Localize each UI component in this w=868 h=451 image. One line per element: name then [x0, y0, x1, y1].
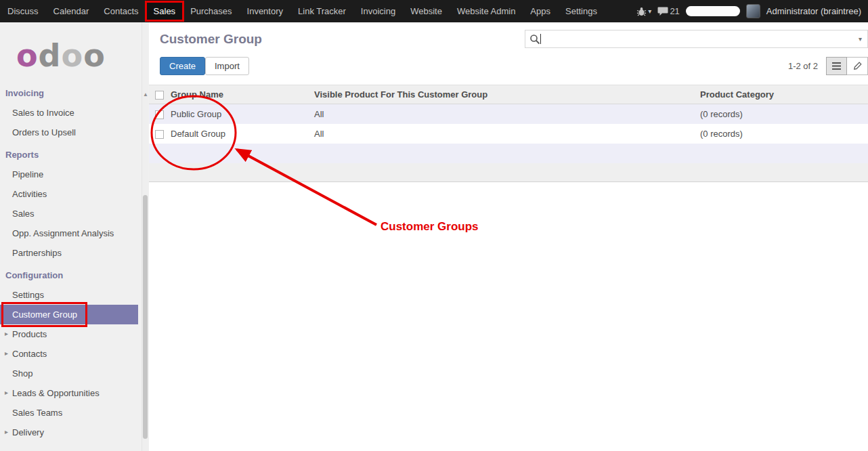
sidebar: odoo Invoicing Sales to Invoice Orders t…	[0, 22, 149, 451]
search-input[interactable]	[541, 30, 853, 47]
message-count: 21	[670, 6, 679, 16]
topbar-menu-contacts[interactable]: Contacts	[96, 0, 146, 22]
topbar-right: ▾ 21 Administrator (braintree)	[636, 0, 868, 22]
topbar-menu-discuss[interactable]: Discuss	[0, 0, 46, 22]
sidebar-item-customer-group-label: Customer Group	[12, 309, 77, 320]
sidebar-item-sales-to-invoice[interactable]: Sales to Invoice	[0, 103, 138, 123]
sidebar-item-leads-opportunities-label: Leads & Opportunities	[12, 388, 100, 398]
edit-pencil-icon	[853, 62, 862, 70]
select-all-checkbox[interactable]	[155, 91, 164, 100]
sidebar-section-configuration: Configuration	[0, 263, 138, 285]
annotation-label: Customer Groups	[381, 220, 479, 234]
cell-group-name: Default Group	[167, 124, 310, 144]
column-product-category[interactable]: Product Category	[696, 85, 868, 104]
row-checkbox[interactable]	[155, 110, 164, 119]
row-checkbox-cell	[149, 124, 167, 144]
row-checkbox-cell	[149, 104, 167, 124]
topbar-menu-invoicing[interactable]: Invoicing	[353, 0, 403, 22]
cell-visible-product: All	[310, 124, 696, 144]
sidebar-item-products-label: Products	[12, 329, 47, 339]
empty-row	[149, 144, 868, 163]
sidebar-item-partnerships[interactable]: Partnerships	[0, 243, 138, 263]
topbar-menu-sales-label: Sales	[154, 6, 176, 16]
topbar-menu-inventory[interactable]: Inventory	[240, 0, 290, 22]
sidebar-item-contacts-label: Contacts	[12, 349, 47, 359]
sidebar-item-activities[interactable]: Activities	[0, 184, 138, 204]
debug-caret-icon[interactable]: ▾	[648, 7, 651, 15]
logo-letter: o	[83, 37, 106, 74]
customer-group-list: Group Name Visible Product For This Cust…	[149, 85, 868, 182]
user-menu[interactable]: Administrator (braintree)	[766, 6, 861, 16]
odoo-backend: { "topbar": { "menus": [ {"label": "Disc…	[0, 0, 868, 451]
sidebar-item-delivery-label: Delivery	[12, 427, 44, 437]
topbar-menu-settings[interactable]: Settings	[558, 0, 605, 22]
sidebar-item-settings[interactable]: Settings	[0, 285, 138, 305]
list-view-icon	[832, 62, 841, 70]
cell-visible-product: All	[310, 104, 696, 124]
scrollbar-up-icon[interactable]: ▲	[143, 91, 148, 98]
avatar[interactable]	[746, 4, 760, 18]
chevron-right-icon[interactable]: ▸	[5, 389, 8, 396]
logo-letter: o	[62, 37, 84, 74]
pager[interactable]: 1-2 of 2	[788, 61, 818, 71]
topbar-menu-sales[interactable]: Sales	[146, 0, 183, 22]
row-checkbox[interactable]	[155, 130, 164, 139]
view-switcher	[826, 57, 868, 75]
page-title: Customer Group	[160, 32, 262, 47]
sidebar-item-sales[interactable]: Sales	[0, 204, 138, 223]
chevron-right-icon[interactable]: ▸	[5, 349, 8, 357]
sidebar-item-products[interactable]: ▸ Products	[0, 324, 138, 344]
main-layout: odoo Invoicing Sales to Invoice Orders t…	[0, 22, 868, 451]
list-header-row: Group Name Visible Product For This Cust…	[149, 85, 868, 104]
column-group-name[interactable]: Group Name	[167, 85, 310, 104]
header-checkbox-cell	[149, 85, 167, 104]
sidebar-item-leads-opportunities[interactable]: ▸ Leads & Opportunities	[0, 383, 138, 403]
sidebar-section-reports: Reports	[0, 142, 138, 165]
topbar-menu-calendar[interactable]: Calendar	[46, 0, 97, 22]
form-view-button[interactable]	[847, 57, 868, 75]
chat-bubble-icon	[657, 6, 668, 16]
table-row[interactable]: Default Group All (0 records)	[149, 124, 868, 144]
search-bar[interactable]: ▾	[525, 30, 868, 48]
content: Customer Group ▾ Create Import 1-2 of 2	[149, 22, 868, 451]
topbar-menu-purchases[interactable]: Purchases	[183, 0, 239, 22]
sidebar-item-sales-teams[interactable]: Sales Teams	[0, 403, 138, 423]
sidebar-item-opp-assignment-analysis[interactable]: Opp. Assignment Analysis	[0, 223, 138, 243]
search-icon	[529, 34, 540, 45]
topbar-menu-link-tracker[interactable]: Link Tracker	[290, 0, 353, 22]
footer-cell	[149, 163, 868, 182]
messages-indicator[interactable]: 21	[657, 6, 679, 16]
control-panel: Customer Group ▾ Create Import 1-2 of 2	[149, 22, 868, 85]
timer-widget[interactable]	[686, 6, 740, 16]
topbar-menu-apps[interactable]: Apps	[523, 0, 558, 22]
chevron-right-icon[interactable]: ▸	[5, 330, 8, 337]
column-visible-product[interactable]: Visible Product For This Customer Group	[310, 85, 696, 104]
search-dropdown-icon[interactable]: ▾	[853, 35, 867, 43]
chevron-right-icon[interactable]: ▸	[5, 428, 8, 435]
sidebar-item-pipeline[interactable]: Pipeline	[0, 165, 138, 184]
cell-group-name: Public Group	[167, 104, 310, 124]
bug-icon	[636, 6, 647, 16]
sidebar-item-delivery[interactable]: ▸ Delivery	[0, 423, 138, 442]
sidebar-item-customer-group[interactable]: Customer Group	[0, 305, 138, 324]
topbar-menu-website[interactable]: Website	[403, 0, 450, 22]
create-button[interactable]: Create	[160, 57, 205, 75]
cell-product-category: (0 records)	[696, 124, 868, 144]
topbar: Discuss Calendar Contacts Sales Purchase…	[0, 0, 868, 22]
odoo-logo: odoo	[0, 22, 149, 81]
sidebar-item-shop[interactable]: Shop	[0, 364, 138, 383]
sidebar-item-contacts[interactable]: ▸ Contacts	[0, 344, 138, 364]
list-footer-row	[149, 163, 868, 182]
sidebar-scrollbar-thumb[interactable]	[143, 195, 148, 439]
topbar-menu-website-admin[interactable]: Website Admin	[450, 0, 523, 22]
sidebar-item-orders-to-upsell[interactable]: Orders to Upsell	[0, 123, 138, 142]
list-view-button[interactable]	[826, 57, 847, 75]
sidebar-section-invoicing: Invoicing	[0, 81, 138, 103]
debug-bug-icon[interactable]: ▾	[636, 6, 651, 16]
table-row[interactable]: Public Group All (0 records)	[149, 104, 868, 124]
logo-letter: o	[16, 37, 39, 74]
sidebar-menu: Invoicing Sales to Invoice Orders to Ups…	[0, 81, 138, 442]
import-button[interactable]: Import	[205, 57, 249, 75]
logo-letter: d	[39, 37, 62, 74]
sidebar-scrollbar[interactable]: ▲	[142, 22, 148, 451]
